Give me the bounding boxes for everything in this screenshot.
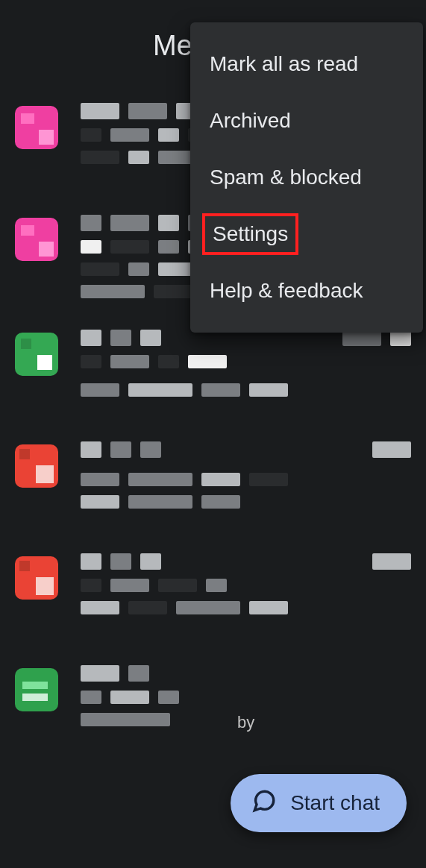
conversation-preview: by r23 tran… bbox=[81, 662, 411, 726]
menu-item-label: Settings bbox=[210, 221, 291, 248]
menu-item-mark-all-read[interactable]: Mark all as read bbox=[190, 36, 423, 92]
chat-icon bbox=[251, 788, 277, 819]
avatar bbox=[15, 218, 58, 261]
menu-item-label: Help & feedback bbox=[210, 279, 363, 303]
menu-item-label: Archived bbox=[210, 109, 291, 133]
start-chat-button[interactable]: Start chat bbox=[231, 774, 407, 832]
conversation-preview bbox=[81, 550, 411, 614]
conversation-row[interactable]: by r23 tran… bbox=[4, 652, 422, 744]
conversation-preview bbox=[81, 438, 411, 509]
avatar bbox=[15, 106, 58, 149]
snippet-prefix: by bbox=[237, 713, 254, 732]
menu-item-spam-blocked[interactable]: Spam & blocked bbox=[190, 149, 423, 206]
page-title: Me bbox=[153, 30, 192, 62]
menu-item-help-feedback[interactable]: Help & feedback bbox=[190, 262, 423, 319]
avatar bbox=[15, 556, 58, 600]
conversation-row[interactable] bbox=[4, 316, 422, 428]
conversation-row[interactable] bbox=[4, 540, 422, 652]
overflow-menu: Mark all as read Archived Spam & blocked… bbox=[190, 22, 423, 333]
menu-item-label: Mark all as read bbox=[210, 52, 358, 76]
fab-label: Start chat bbox=[290, 791, 380, 815]
menu-item-archived[interactable]: Archived bbox=[190, 92, 423, 149]
avatar bbox=[15, 668, 58, 711]
avatar bbox=[15, 333, 58, 376]
menu-item-label: Spam & blocked bbox=[210, 166, 362, 189]
conversation-row[interactable] bbox=[4, 428, 422, 540]
conversation-preview bbox=[81, 327, 411, 397]
menu-item-settings[interactable]: Settings bbox=[190, 206, 423, 262]
avatar bbox=[15, 444, 58, 488]
